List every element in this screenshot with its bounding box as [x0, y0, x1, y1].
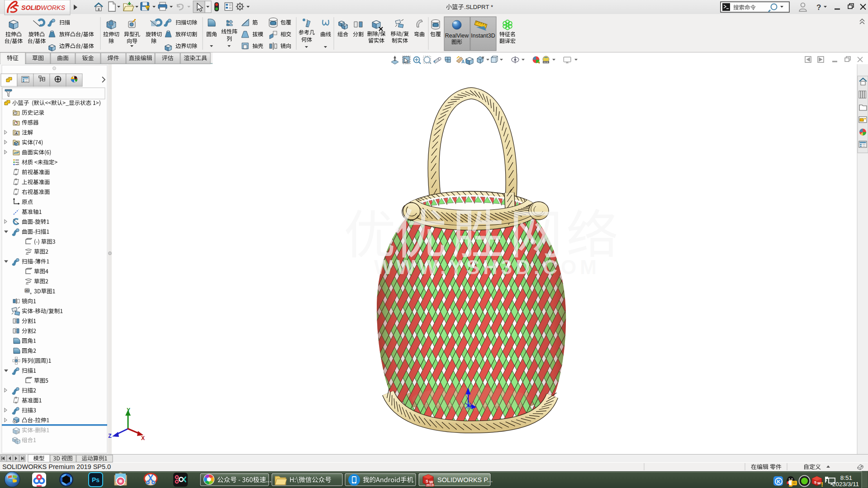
svg-text:3D: 3D: [25, 289, 29, 292]
svg-text:RealView: RealView: [445, 33, 470, 39]
svg-text:WWW.YSH3D.COM: WWW.YSH3D.COM: [374, 256, 600, 278]
svg-text:.SLDPRT *: .SLDPRT *: [464, 4, 493, 10]
svg-text:Z: Z: [108, 433, 111, 439]
svg-text:!: !: [147, 6, 148, 10]
svg-text:SOLIDWORKS P...: SOLIDWORKS P...: [437, 476, 493, 483]
svg-text:Y: Y: [127, 407, 130, 413]
svg-text:Ps: Ps: [92, 476, 100, 483]
svg-text:A: A: [461, 59, 465, 64]
svg-text:SOLIDWORKS: SOLIDWORKS: [21, 4, 65, 11]
svg-text:!: !: [821, 480, 823, 488]
svg-text:K: K: [777, 479, 781, 484]
svg-text:X: X: [141, 435, 145, 441]
svg-text:SOLIDWORKS Premium 2019 SP5.0: SOLIDWORKS Premium 2019 SP5.0: [2, 463, 111, 470]
svg-text:A: A: [15, 131, 18, 135]
svg-text:Instant3D: Instant3D: [471, 33, 495, 39]
svg-text:2023/3/11: 2023/3/11: [832, 481, 859, 488]
svg-text:?: ?: [816, 3, 821, 12]
svg-text:W: W: [817, 481, 821, 485]
svg-text:2019: 2019: [426, 483, 434, 487]
svg-text:S: S: [814, 480, 817, 484]
svg-text:8:51: 8:51: [840, 474, 852, 481]
